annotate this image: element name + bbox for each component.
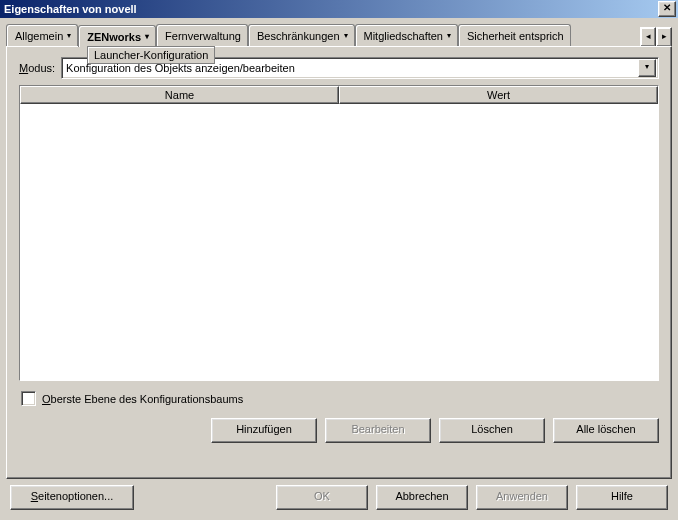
add-button[interactable]: Hinzufügen [211,418,317,443]
tab-submenu[interactable]: Launcher-Konfiguration [87,46,215,64]
tab-zenworks[interactable]: ZENworks ▾ [78,25,156,47]
submenu-item-label: Launcher-Konfiguration [94,49,208,61]
tab-allgemein[interactable]: Allgemein ▾ [6,24,78,47]
top-level-checkbox-row: Oberste Ebene des Konfigurationsbaums [19,387,659,406]
table-header: Name Wert [20,86,658,104]
tab-fernverwaltung[interactable]: Fernverwaltung [156,24,248,47]
top-level-checkbox-label: Oberste Ebene des Konfigurationsbaums [42,393,243,405]
ok-button[interactable]: OK [276,485,368,510]
tab-sicherheit[interactable]: Sicherheit entsprich [458,24,571,47]
edit-button[interactable]: Bearbeiten [325,418,431,443]
dropdown-arrow-icon: ▾ [145,33,149,41]
properties-dialog: Eigenschaften von novell ✕ Allgemein ▾ Z… [0,0,678,520]
dropdown-arrow-icon: ▾ [344,32,348,40]
top-level-checkbox[interactable] [21,391,36,406]
tab-mitgliedschaften[interactable]: Mitgliedschaften ▾ [355,24,459,47]
apply-button[interactable]: Anwenden [476,485,568,510]
dropdown-arrow-icon: ▾ [67,32,71,40]
tab-label: Beschränkungen [257,30,340,42]
column-header-name[interactable]: Name [20,86,339,104]
dropdown-button-icon[interactable]: ▾ [638,59,656,77]
tab-scroll-left[interactable]: ◂ [640,27,656,47]
tab-label: ZENworks [87,31,141,43]
config-table: Name Wert [19,85,659,381]
tab-label: Sicherheit entsprich [467,30,564,42]
dropdown-arrow-icon: ▾ [447,32,451,40]
tab-scroll-right[interactable]: ▸ [656,27,672,47]
cancel-button[interactable]: Abbrechen [376,485,468,510]
main-panel: Modus: Konfiguration des Objekts anzeige… [6,46,672,479]
page-options-button[interactable]: Seitenoptionen... [10,485,134,510]
tab-beschraenkungen[interactable]: Beschränkungen ▾ [248,24,355,47]
tab-label: Allgemein [15,30,63,42]
tab-label: Mitgliedschaften [364,30,444,42]
mode-label: Modus: [19,62,55,74]
titlebar: Eigenschaften von novell ✕ [0,0,678,18]
close-button[interactable]: ✕ [658,1,676,17]
delete-button[interactable]: Löschen [439,418,545,443]
tab-list: Allgemein ▾ ZENworks ▾ Fernverwaltung Be… [6,24,636,47]
tab-scroll: ◂ ▸ [640,27,672,47]
help-button[interactable]: Hilfe [576,485,668,510]
tab-bar: Allgemein ▾ ZENworks ▾ Fernverwaltung Be… [0,18,678,47]
delete-all-button[interactable]: Alle löschen [553,418,659,443]
table-buttons: Hinzufügen Bearbeiten Löschen Alle lösch… [19,412,659,443]
column-header-value[interactable]: Wert [339,86,658,104]
table-body[interactable] [20,104,658,380]
dialog-footer: Seitenoptionen... OK Abbrechen Anwenden … [0,485,678,520]
tab-label: Fernverwaltung [165,30,241,42]
window-title: Eigenschaften von novell [4,3,658,15]
